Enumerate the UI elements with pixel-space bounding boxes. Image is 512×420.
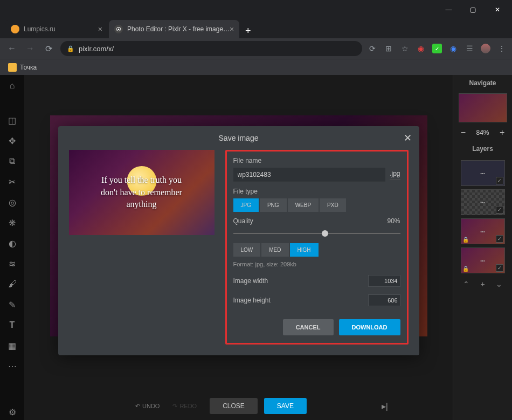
layer-image-1[interactable]: •••🔒✓ — [461, 218, 505, 244]
zoom-out-button[interactable]: − — [461, 128, 466, 137]
download-button[interactable]: DOWNLOAD — [339, 319, 400, 335]
adjust-icon[interactable]: ◎ — [4, 194, 20, 210]
lock-icon[interactable]: 🔒 — [462, 237, 469, 243]
text-icon[interactable]: T — [4, 317, 20, 333]
tool-rail: ⌂ ◫ ✥ ⧉ ✂ ◎ ❋ ◐ ≋ 🖌 ✎ T ▦ ⋯ ⚙ — [0, 75, 24, 420]
filetype-png[interactable]: PNG — [260, 198, 287, 212]
format-info: Format: jpg, size: 209kb — [233, 261, 400, 267]
tab-lumpics[interactable]: Lumpics.ru × — [5, 20, 108, 38]
layer-down-icon[interactable]: ⌄ — [496, 280, 502, 288]
modal-header: Save image ✕ — [58, 126, 419, 150]
bookmark-label: Точка — [20, 64, 37, 71]
modal-title: Save image — [219, 134, 259, 142]
quality-slider[interactable] — [233, 228, 400, 239]
visibility-icon[interactable]: ✓ — [496, 264, 503, 272]
height-label: Image height — [233, 297, 271, 304]
ext-green-icon[interactable]: ✓ — [432, 44, 442, 53]
new-tab-button[interactable]: + — [240, 23, 255, 38]
lock-icon[interactable]: 🔒 — [462, 266, 469, 272]
crop-icon[interactable]: ⧉ — [4, 153, 20, 169]
quality-high[interactable]: HIGH — [290, 243, 319, 257]
slider-track — [233, 233, 400, 234]
menu-icon[interactable]: ⋮ — [497, 44, 507, 53]
move-icon[interactable]: ✥ — [4, 133, 20, 149]
bookmark-tochka[interactable]: Точка — [8, 63, 37, 72]
bottom-bar: ↶ UNDO ↷ REDO CLOSE SAVE ▸| — [49, 392, 393, 420]
profile-avatar[interactable] — [481, 44, 490, 53]
favicon-icon — [11, 25, 19, 33]
cancel-button[interactable]: CANCEL — [283, 319, 334, 335]
visibility-icon[interactable]: ✓ — [496, 206, 503, 214]
favicon-icon: ⦿ — [114, 25, 123, 33]
window-titlebar: — ▢ ✕ — [0, 0, 512, 19]
height-input[interactable] — [368, 294, 400, 306]
window-maximize[interactable]: ▢ — [461, 2, 485, 18]
save-image-modal: Save image ✕ If you tell the truth you d… — [58, 126, 419, 355]
more-icon[interactable]: ⋯ — [4, 358, 20, 374]
file-name-label: File name — [233, 157, 400, 164]
element-icon[interactable]: ▦ — [4, 338, 20, 354]
filter-icon[interactable]: ❋ — [4, 215, 20, 231]
translate-icon[interactable]: ⊞ — [384, 44, 393, 53]
width-input[interactable] — [368, 275, 400, 287]
close-icon[interactable]: × — [98, 25, 102, 33]
layer-add-icon[interactable]: + — [480, 280, 485, 288]
close-icon[interactable]: ✕ — [404, 132, 412, 144]
file-type-label: File type — [233, 188, 400, 195]
preview-text: If you tell the truth you don't have to … — [101, 174, 182, 210]
zoom-in-button[interactable]: + — [500, 128, 504, 137]
tab-title: Lumpics.ru — [24, 25, 56, 33]
effect-icon[interactable]: ≋ — [4, 256, 20, 272]
save-button[interactable]: SAVE — [264, 398, 307, 414]
quality-low[interactable]: LOW — [233, 243, 261, 257]
ext-red-icon[interactable]: ◉ — [416, 44, 426, 53]
width-label: Image width — [233, 277, 268, 285]
layer-up-icon[interactable]: ⌃ — [463, 280, 469, 288]
layer-text[interactable]: •••✓ — [461, 160, 505, 186]
quality-med[interactable]: MED — [261, 243, 288, 257]
canvas-area: Save image ✕ If you tell the truth you d… — [24, 75, 453, 420]
settings-icon[interactable]: ⚙ — [4, 404, 20, 420]
address-bar[interactable]: 🔒 pixlr.com/x/ — [60, 41, 362, 56]
home-icon[interactable]: ⌂ — [4, 78, 20, 94]
visibility-icon[interactable]: ✓ — [496, 235, 503, 243]
layer-ops: ⌃ + ⌄ — [453, 277, 512, 292]
arrange-icon[interactable]: ◫ — [4, 112, 20, 128]
reload-button[interactable]: ⟳ — [42, 44, 55, 54]
draw-icon[interactable]: ✎ — [4, 297, 20, 313]
filetype-jpg[interactable]: JPG — [233, 198, 259, 212]
brush-icon[interactable]: 🖌 — [4, 276, 20, 292]
quality-value: 90% — [387, 217, 400, 225]
browser-tabs: Lumpics.ru × ⦿ Photo Editor : Pixlr X - … — [0, 19, 512, 38]
lock-icon: 🔒 — [67, 45, 74, 52]
filetype-pxd[interactable]: PXD — [320, 198, 346, 212]
cast-icon[interactable]: ⟳ — [368, 44, 377, 53]
visibility-icon[interactable]: ✓ — [496, 177, 503, 184]
window-close[interactable]: ✕ — [485, 2, 509, 18]
right-panel: Navigate − 84% + Layers •••✓ •••✓ •••🔒✓ … — [453, 75, 512, 420]
expand-icon[interactable]: ▸| — [382, 401, 388, 411]
navigate-title: Navigate — [453, 75, 512, 91]
liquify-icon[interactable]: ◐ — [4, 235, 20, 251]
address-row: ← → ⟳ 🔒 pixlr.com/x/ ⟳ ⊞ ☆ ◉ ✓ ◉ ☰ ⋮ — [0, 38, 512, 59]
close-icon[interactable]: × — [230, 25, 234, 33]
close-button[interactable]: CLOSE — [210, 398, 258, 414]
cut-icon[interactable]: ✂ — [4, 174, 20, 190]
navigate-thumbnail[interactable] — [459, 93, 507, 122]
layer-shape[interactable]: •••✓ — [461, 189, 505, 215]
tab-pixlr[interactable]: ⦿ Photo Editor : Pixlr X - free image… × — [109, 20, 239, 38]
tab-title: Photo Editor : Pixlr X - free image… — [127, 25, 230, 33]
ext-blue-icon[interactable]: ◉ — [448, 44, 458, 53]
file-name-input[interactable] — [233, 168, 386, 182]
undo-button[interactable]: ↶ UNDO — [135, 403, 160, 410]
star-icon[interactable]: ☆ — [400, 44, 410, 53]
filetype-webp[interactable]: WEBP — [288, 198, 319, 212]
window-minimize[interactable]: — — [437, 2, 461, 18]
reading-list-icon[interactable]: ☰ — [465, 44, 474, 53]
quality-label: Quality — [233, 217, 253, 225]
forward-button[interactable]: → — [24, 44, 37, 53]
slider-thumb[interactable] — [322, 230, 328, 237]
back-button[interactable]: ← — [5, 44, 18, 53]
redo-button[interactable]: ↷ REDO — [172, 403, 197, 410]
layer-image-2[interactable]: •••🔒✓ — [461, 247, 505, 273]
